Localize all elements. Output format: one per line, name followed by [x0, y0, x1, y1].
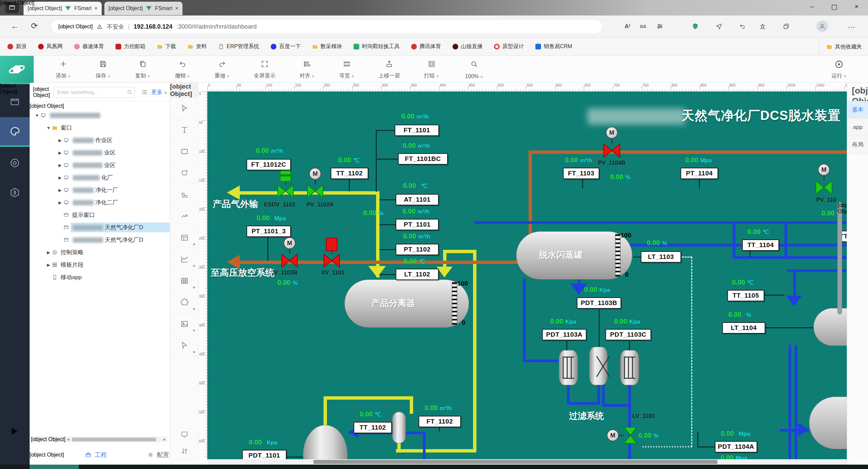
- browser-tab[interactable]: [object Object]FSmartWorx×: [104, 2, 183, 15]
- toolbar-button-copy[interactable]: 复制∨: [124, 59, 162, 80]
- activity-item-palette[interactable]: [0, 117, 30, 147]
- column-vessel[interactable]: [392, 412, 406, 443]
- process-value[interactable]: 0.00%: [610, 173, 630, 181]
- bookmark-item[interactable]: 极速体育: [74, 43, 104, 50]
- process-value[interactable]: 0.00%: [363, 209, 383, 217]
- valve-label[interactable]: PV_1102A: [306, 201, 334, 208]
- value-PT_1101[interactable]: 0.00m³/h: [402, 208, 430, 215]
- value-LT_1103[interactable]: 0.00%: [647, 239, 667, 247]
- shield-icon[interactable]: [692, 23, 699, 31]
- diagram-label[interactable]: 过滤系统: [569, 410, 604, 422]
- tool-pipe-icon[interactable]: [170, 184, 199, 206]
- valve-label[interactable]: LV_1103: [632, 413, 655, 419]
- tag-TT_1104[interactable]: TT_1104: [742, 239, 779, 251]
- tree-item[interactable]: ▼: [30, 109, 170, 122]
- bottom-tab-config[interactable]: 配置: [147, 451, 169, 459]
- bookmark-item[interactable]: ERP管理系统: [218, 43, 259, 50]
- new-tab-button[interactable]: [object Object]: [0, 0, 34, 6]
- tree-item-selected[interactable]: 天然气净化厂D: [30, 221, 170, 234]
- value-PDT_1103C[interactable]: 0.00Kpa: [614, 317, 640, 325]
- tree-item[interactable]: ▶业区: [30, 147, 170, 159]
- valve-ESDV_1102[interactable]: [277, 185, 293, 198]
- tag-LT_1103[interactable]: LT_1103: [641, 251, 681, 262]
- text-size-icon[interactable]: aa: [640, 23, 646, 30]
- more-icon[interactable]: ⋯: [848, 23, 855, 32]
- value-PDT_1101[interactable]: 0.00Kpa: [249, 438, 277, 446]
- bookmark-item[interactable]: 力控邮箱: [116, 43, 146, 50]
- refresh-ext-icon[interactable]: [739, 23, 746, 31]
- valve-label[interactable]: ESDV_1102: [264, 201, 295, 208]
- bookmark-item[interactable]: 新浪: [7, 43, 27, 50]
- toolbar-button-group[interactable]: 打组∨: [413, 59, 451, 80]
- toolbar-button-zoom[interactable]: 100%∨: [453, 59, 496, 80]
- properties-tab-基本[interactable]: 基本: [847, 101, 868, 119]
- scrollbar-handle[interactable]: [72, 438, 156, 441]
- value-PDT_1104A[interactable]: 0.00Mpa: [721, 430, 750, 437]
- toolbar-button-align[interactable]: 对齐∨: [288, 59, 326, 80]
- valve-XV_1101[interactable]: [323, 254, 340, 267]
- bottom-tab-project[interactable]: 工程: [85, 451, 107, 459]
- collections-icon[interactable]: [783, 23, 789, 31]
- run-button[interactable]: 运行∨: [820, 59, 858, 80]
- bookmark-item[interactable]: 凤凰网: [38, 43, 63, 50]
- valve-PV_1104B[interactable]: [603, 144, 620, 158]
- partial-vessel[interactable]: [813, 308, 847, 346]
- tag-PDT_1103A[interactable]: PDT_1103A: [542, 329, 587, 340]
- scrollbar-handle[interactable]: [313, 460, 717, 464]
- tool-chart-icon[interactable]: ▶: [170, 248, 199, 270]
- tool-image-icon[interactable]: ▶: [170, 313, 199, 335]
- bookmark-item[interactable]: 百度一下: [271, 43, 301, 50]
- canvas-vertical-scrollbar[interactable]: [object Object]: [837, 202, 842, 314]
- search-input[interactable]: [54, 87, 135, 98]
- valve-PV_1102A[interactable]: [307, 185, 323, 198]
- tag-AT_1101[interactable]: AT_1101: [396, 194, 439, 206]
- bookmark-item[interactable]: 数采模块: [312, 43, 342, 50]
- partial-vessel[interactable]: [809, 397, 847, 449]
- dome-vessel[interactable]: [303, 425, 347, 459]
- more-button[interactable]: 更多 ∨: [151, 88, 167, 96]
- tag-PT_1104[interactable]: PT_1104: [680, 168, 718, 179]
- tree-caret-icon[interactable]: ▶: [45, 262, 52, 267]
- tag-FT_11012C[interactable]: FT_11012C: [246, 159, 291, 170]
- process-value[interactable]: 0.00Mpa: [720, 454, 747, 459]
- tag-PDT_1103B[interactable]: PDT_1103B: [577, 297, 621, 309]
- tag-PDT_1101[interactable]: PDT_1101: [242, 450, 286, 459]
- value-TT_1104[interactable]: 0.00℃: [747, 228, 769, 236]
- tree-item[interactable]: 提示窗口: [30, 209, 170, 221]
- canvas-title[interactable]: 天然气净化厂DCS脱水装置: [681, 107, 841, 124]
- tune-icon[interactable]: [656, 23, 663, 31]
- list-view-icon[interactable]: [141, 89, 148, 96]
- diagram-label[interactable]: 至高压放空系统: [211, 267, 274, 279]
- tool-table-icon[interactable]: ▶: [170, 270, 199, 291]
- properties-tab-app[interactable]: app: [847, 119, 868, 136]
- expand-play-icon[interactable]: [9, 426, 19, 438]
- valve-PV_110[interactable]: [815, 181, 832, 195]
- process-value[interactable]: 0.00%: [277, 279, 298, 286]
- tag-TT_1105[interactable]: TT_1105: [727, 290, 764, 301]
- tag-PDT_1103C[interactable]: PDT_1103C: [606, 329, 651, 340]
- tag-PDT_1104A[interactable]: PDT_1104A: [715, 441, 757, 452]
- tool-swap-icon[interactable]: [170, 440, 199, 462]
- value-AT_1101[interactable]: 0.00℃: [403, 182, 427, 190]
- back-button[interactable]: ←: [11, 21, 19, 31]
- tree-caret-icon[interactable]: ▼: [34, 113, 40, 118]
- bookmark-item[interactable]: 原型设计: [494, 43, 524, 50]
- tool-textT-icon[interactable]: [170, 119, 199, 141]
- tree-caret-icon[interactable]: ▶: [57, 200, 63, 205]
- tree-item[interactable]: ▶模板片段: [30, 258, 170, 271]
- tree-item[interactable]: 天然气净化厂D: [30, 234, 170, 246]
- tree-caret-icon[interactable]: ▶: [45, 250, 52, 255]
- value-TT_1102[interactable]: 0.00℃: [338, 156, 360, 164]
- tag-TT_1102[interactable]: TT_1102: [353, 422, 392, 433]
- tree-item[interactable]: ▶业区: [30, 159, 170, 171]
- value-TT_1102[interactable]: 0.00℃: [360, 410, 381, 418]
- tool-shape-icon[interactable]: ▶: [170, 291, 199, 313]
- value-PT_1104[interactable]: 0.00Mpa: [685, 156, 712, 164]
- valve-label[interactable]: XV_1101: [321, 269, 344, 276]
- minimize-button[interactable]: –: [805, 3, 819, 10]
- tool-rect-icon[interactable]: [170, 141, 199, 162]
- tab-close-icon[interactable]: ×: [175, 5, 179, 12]
- tree-item[interactable]: 移动app: [30, 271, 170, 283]
- favorites-icon[interactable]: [759, 23, 766, 31]
- tag-FT_1102[interactable]: FT_1102: [418, 416, 461, 427]
